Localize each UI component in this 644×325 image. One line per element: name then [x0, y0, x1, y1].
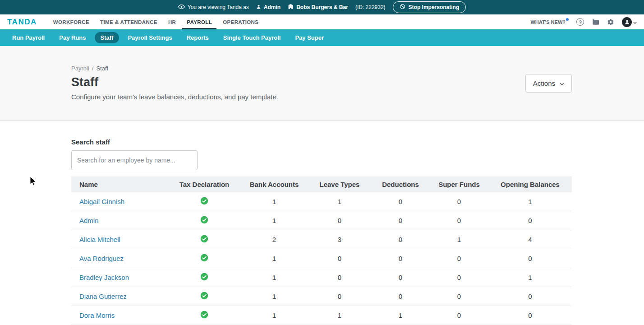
nav-item-hr[interactable]: HR: [164, 14, 180, 29]
bank-accounts-count: 1: [240, 192, 308, 211]
super-funds-count: 0: [430, 211, 488, 230]
column-header-tax-declaration: Tax Declaration: [168, 176, 240, 192]
bank-accounts-count: 1: [240, 306, 308, 325]
super-funds-count: 0: [430, 287, 488, 306]
check-circle-icon: [200, 199, 208, 206]
opening-balances-count: 0: [488, 211, 572, 230]
deductions-count: 0: [371, 268, 430, 287]
deductions-count: 0: [371, 230, 430, 249]
deductions-count: 0: [371, 192, 430, 211]
subnav-item-pay-super[interactable]: Pay Super: [289, 32, 330, 43]
subnav-item-pay-runs[interactable]: Pay Runs: [53, 32, 92, 43]
leave-types-count: 1: [308, 192, 371, 211]
chat-icon[interactable]: [592, 19, 599, 25]
staff-name-link[interactable]: Alicia Mitchell: [79, 236, 120, 243]
subnav-item-run-payroll[interactable]: Run Payroll: [6, 32, 51, 43]
subnav-item-reports[interactable]: Reports: [181, 32, 215, 43]
stop-impersonating-button[interactable]: Stop Impersonating: [393, 1, 466, 13]
main-navbar: TANDA WORKFORCE TIME & ATTENDANCE HR PAY…: [0, 14, 644, 29]
opening-balances-count: 4: [488, 230, 572, 249]
staff-name-link[interactable]: Diana Gutierrez: [79, 292, 127, 300]
search-input[interactable]: [71, 150, 198, 170]
breadcrumb-payroll[interactable]: Payroll: [71, 65, 89, 72]
ban-icon: [400, 4, 405, 11]
impersonated-org: Bobs Burgers & Bar: [288, 4, 348, 11]
page-title: Staff: [71, 75, 572, 89]
gear-icon[interactable]: [607, 19, 614, 26]
nav-item-time-attendance[interactable]: TIME & ATTENDANCE: [96, 14, 162, 29]
leave-types-count: 3: [308, 230, 371, 249]
column-header-deductions: Deductions: [371, 176, 430, 192]
leave-types-count: 0: [308, 211, 371, 230]
check-circle-icon: [200, 312, 208, 320]
deductions-count: 0: [371, 211, 430, 230]
staff-content: Search staff Name Tax Declaration Bank A…: [0, 121, 644, 325]
column-header-opening-balances: Opening Balances: [488, 176, 572, 192]
user-menu[interactable]: [622, 17, 637, 27]
viewing-as-text: You are viewing Tanda as: [188, 4, 249, 10]
opening-balances-count: 0: [488, 287, 572, 306]
avatar: [622, 17, 632, 27]
impersonated-org-name: Bobs Burgers & Bar: [296, 4, 348, 10]
bank-accounts-count: 1: [240, 211, 308, 230]
whats-new-label: WHAT'S NEW?: [530, 19, 566, 25]
impersonated-user-name: Admin: [264, 4, 281, 10]
table-row: Alicia Mitchell 2 3 0 1 4: [71, 230, 572, 249]
opening-balances-count: 1: [488, 192, 572, 211]
staff-name-link[interactable]: Ava Rodriguez: [79, 255, 124, 262]
deductions-count: 0: [371, 287, 430, 306]
whats-new-link[interactable]: WHAT'S NEW?: [530, 19, 569, 25]
check-circle-icon: [200, 255, 208, 263]
chevron-down-icon: [560, 79, 564, 87]
stop-impersonating-label: Stop Impersonating: [409, 4, 460, 10]
breadcrumb-staff: Staff: [96, 65, 108, 72]
check-circle-icon: [200, 237, 208, 244]
nav-item-workforce[interactable]: WORKFORCE: [49, 14, 94, 29]
check-circle-icon: [200, 218, 208, 225]
staff-name-link[interactable]: Admin: [79, 217, 99, 224]
nav-item-operations[interactable]: OPERATIONS: [218, 14, 263, 29]
table-row: Dora Morris 1 1 1 0 0: [71, 306, 572, 325]
staff-name-link[interactable]: Bradley Jackson: [79, 274, 129, 281]
staff-name-link[interactable]: Abigail Ginnish: [79, 198, 124, 205]
check-circle-icon: [200, 293, 208, 301]
deductions-count: 0: [371, 249, 430, 268]
subnav-item-payroll-settings[interactable]: Payroll Settings: [122, 32, 178, 43]
opening-balances-count: 1: [488, 268, 572, 287]
actions-button[interactable]: Actions: [525, 74, 572, 93]
bank-accounts-count: 1: [240, 249, 308, 268]
bank-accounts-count: 1: [240, 268, 308, 287]
org-id-badge: (ID: 222932): [355, 4, 386, 10]
super-funds-count: 0: [430, 249, 488, 268]
user-icon: [256, 4, 261, 11]
impersonated-user: Admin: [256, 4, 281, 11]
subnav-item-staff[interactable]: Staff: [95, 32, 120, 43]
breadcrumb-separator: /: [92, 65, 94, 72]
leave-types-count: 0: [308, 249, 371, 268]
deductions-count: 1: [371, 306, 430, 325]
payroll-subnav: Run Payroll Pay Runs Staff Payroll Setti…: [0, 29, 644, 46]
nav-right-cluster: WHAT'S NEW? ?: [530, 14, 637, 29]
check-circle-icon: [200, 274, 208, 282]
table-row: Admin 1 0 0 0 0: [71, 211, 572, 230]
nav-items: WORKFORCE TIME & ATTENDANCE HR PAYROLL O…: [49, 14, 531, 29]
subnav-item-single-touch-payroll[interactable]: Single Touch Payroll: [217, 32, 287, 43]
building-icon: [288, 4, 294, 11]
chevron-down-icon: [633, 18, 637, 26]
eye-icon: [178, 4, 185, 11]
opening-balances-count: 0: [488, 249, 572, 268]
breadcrumb: Payroll / Staff: [71, 65, 572, 72]
nav-item-payroll[interactable]: PAYROLL: [182, 14, 216, 29]
bank-accounts-count: 2: [240, 230, 308, 249]
viewing-as-group: You are viewing Tanda as: [178, 4, 249, 11]
impersonation-bar: You are viewing Tanda as Admin Bobs Burg…: [0, 0, 644, 14]
staff-name-link[interactable]: Dora Morris: [79, 311, 115, 319]
column-header-super-funds: Super Funds: [430, 176, 488, 192]
help-icon[interactable]: ?: [576, 18, 584, 26]
page-header: Payroll / Staff Staff Configure your tea…: [0, 46, 644, 121]
table-row: Abigail Ginnish 1 1 0 0 1: [71, 192, 572, 211]
tanda-logo[interactable]: TANDA: [7, 14, 37, 29]
bank-accounts-count: 1: [240, 287, 308, 306]
leave-types-count: 1: [308, 306, 371, 325]
super-funds-count: 0: [430, 268, 488, 287]
